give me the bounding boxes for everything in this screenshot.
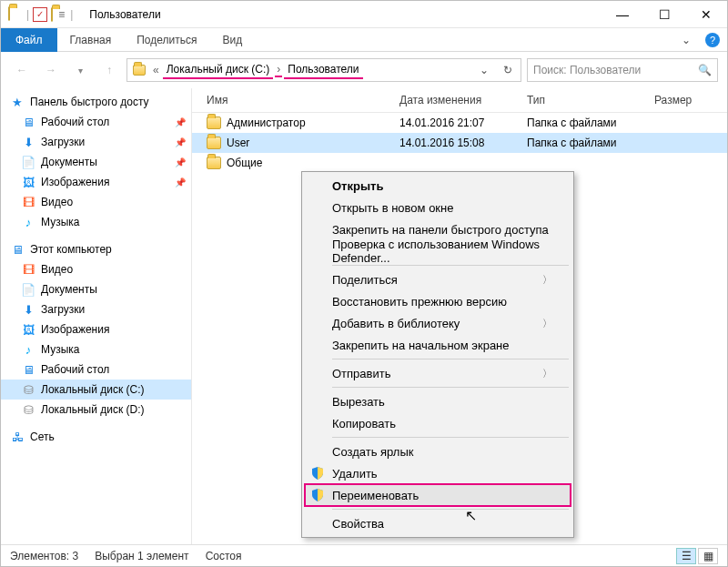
menu-item-label: Отправить bbox=[332, 367, 390, 380]
sidebar-item-music[interactable]: ♪Музыка bbox=[1, 212, 191, 232]
column-type[interactable]: Тип bbox=[520, 88, 647, 112]
details-view-icon[interactable]: ☰ bbox=[676, 548, 696, 564]
nav-network[interactable]: 🖧 Сеть bbox=[1, 427, 191, 447]
menu-item-label: Копировать bbox=[332, 417, 396, 430]
address-dropdown-icon[interactable]: ⌄ bbox=[473, 59, 495, 81]
nav-quick-access[interactable]: ★ Панель быстрого досту bbox=[1, 92, 191, 112]
sidebar-item-downloads[interactable]: ⬇Загрузки📌 bbox=[1, 132, 191, 152]
help-icon[interactable]: ? bbox=[705, 33, 720, 47]
breadcrumb-users[interactable]: Пользователи bbox=[284, 61, 362, 79]
downloads-icon: ⬇ bbox=[21, 135, 35, 149]
qat-folder-icon[interactable] bbox=[51, 8, 53, 21]
file-date: 14.01.2016 15:08 bbox=[392, 135, 520, 151]
tab-share[interactable]: Поделиться bbox=[124, 29, 209, 51]
sidebar-item-desktop[interactable]: 🖥Рабочий стол📌 bbox=[1, 112, 191, 132]
qat-properties-icon[interactable]: ✓ bbox=[33, 7, 47, 22]
icons-view-icon[interactable]: ▦ bbox=[698, 548, 718, 564]
search-icon: 🔍 bbox=[698, 64, 712, 76]
nav-this-pc-label: Этот компьютер bbox=[30, 243, 112, 256]
column-name[interactable]: Имя bbox=[192, 88, 392, 112]
tab-view[interactable]: Вид bbox=[209, 29, 255, 51]
sidebar-item-video[interactable]: 🎞Видео bbox=[1, 192, 191, 212]
menu-item[interactable]: Открыть в новом окне bbox=[305, 197, 571, 218]
sidebar-item-label: Документы bbox=[41, 283, 97, 296]
cursor-icon: ↖ bbox=[465, 507, 477, 524]
qat-overflow-icon[interactable]: ≡ bbox=[56, 8, 66, 21]
ribbon: Файл Главная Поделиться Вид ⌄ ? bbox=[1, 28, 727, 52]
sidebar-item-video[interactable]: 🎞Видео bbox=[1, 259, 191, 279]
file-name: User bbox=[227, 137, 249, 149]
up-button[interactable]: ↑ bbox=[97, 58, 121, 82]
pictures-icon: 🖼 bbox=[21, 322, 35, 337]
pin-icon: 📌 bbox=[175, 157, 186, 167]
column-date[interactable]: Дата изменения bbox=[392, 88, 520, 112]
table-row[interactable]: Общие bbox=[192, 153, 727, 173]
sidebar-item-desktop[interactable]: 🖥Рабочий стол bbox=[1, 359, 191, 380]
sidebar-item-pictures[interactable]: 🖼Изображения📌 bbox=[1, 172, 191, 192]
menu-item-label: Удалить bbox=[332, 467, 378, 481]
sidebar-item-label: Видео bbox=[41, 196, 73, 208]
address-row: ← → ▾ ↑ « Локальный диск (C:) › Пользова… bbox=[1, 52, 727, 88]
back-button[interactable]: ← bbox=[10, 58, 34, 82]
sidebar-item-documents[interactable]: 📄Документы bbox=[1, 279, 191, 299]
nav-quick-access-label: Панель быстрого досту bbox=[30, 96, 149, 108]
folder-icon bbox=[207, 116, 221, 129]
menu-separator bbox=[332, 265, 569, 266]
sidebar-item-documents[interactable]: 📄Документы📌 bbox=[1, 152, 191, 172]
close-button[interactable]: ✕ bbox=[685, 1, 727, 28]
maximize-button[interactable]: ☐ bbox=[643, 1, 685, 28]
menu-item[interactable]: Вырезать bbox=[305, 390, 571, 412]
file-name: Общие bbox=[227, 157, 262, 169]
menu-separator bbox=[332, 437, 569, 438]
file-type: Папка с файлами bbox=[520, 135, 647, 151]
video-icon: 🎞 bbox=[21, 195, 35, 209]
documents-icon: 📄 bbox=[21, 155, 35, 169]
column-headers[interactable]: Имя Дата изменения Тип Размер bbox=[192, 88, 727, 113]
file-tab[interactable]: Файл bbox=[1, 28, 57, 52]
ribbon-caret-icon[interactable]: ⌄ bbox=[682, 34, 698, 46]
sidebar-item-label: Видео bbox=[41, 263, 73, 276]
menu-item[interactable]: Создать ярлык bbox=[305, 440, 571, 462]
menu-item[interactable]: Открыть bbox=[305, 175, 571, 197]
nav-this-pc[interactable]: 🖥 Этот компьютер bbox=[1, 239, 191, 259]
table-row[interactable]: User14.01.2016 15:08Папка с файлами bbox=[192, 133, 727, 153]
menu-item[interactable]: Переименовать bbox=[305, 484, 571, 506]
star-icon: ★ bbox=[10, 95, 25, 109]
menu-item[interactable]: Свойства bbox=[305, 512, 571, 534]
sidebar-item-label: Рабочий стол bbox=[41, 363, 109, 376]
sidebar-item-label: Локальный диск (D:) bbox=[41, 403, 145, 416]
sidebar-item-pictures[interactable]: 🖼Изображения bbox=[1, 319, 191, 339]
minimize-button[interactable]: — bbox=[602, 1, 643, 28]
chevron-right-icon[interactable]: « bbox=[151, 64, 161, 76]
sidebar-item-downloads[interactable]: ⬇Загрузки bbox=[1, 299, 191, 319]
sidebar-item-drive[interactable]: ⛁Локальный диск (C:) bbox=[1, 380, 191, 400]
chevron-right-icon[interactable]: › bbox=[275, 63, 282, 77]
qat-separator: | bbox=[26, 8, 29, 21]
navigation-pane[interactable]: ★ Панель быстрого досту 🖥Рабочий стол📌⬇З… bbox=[1, 88, 192, 544]
menu-item[interactable]: Удалить bbox=[305, 462, 571, 484]
menu-item[interactable]: Проверка с использованием Windows Defend… bbox=[305, 240, 571, 262]
context-menu: ОткрытьОткрыть в новом окнеЗакрепить на … bbox=[301, 171, 574, 538]
refresh-icon[interactable]: ↻ bbox=[497, 59, 519, 81]
sidebar-item-music[interactable]: ♪Музыка bbox=[1, 339, 191, 359]
menu-item[interactable]: Поделиться〉 bbox=[305, 268, 571, 290]
breadcrumb-drive[interactable]: Локальный диск (C:) bbox=[163, 61, 274, 79]
menu-item[interactable]: Отправить〉 bbox=[305, 362, 571, 384]
file-size bbox=[647, 141, 727, 145]
status-bar: Элементов: 3 Выбран 1 элемент Состоя ☰ ▦ bbox=[1, 544, 727, 566]
forward-button[interactable]: → bbox=[39, 58, 63, 82]
column-size[interactable]: Размер bbox=[647, 88, 727, 112]
menu-item[interactable]: Добавить в библиотеку〉 bbox=[305, 312, 571, 334]
sidebar-item-drive[interactable]: ⛁Локальный диск (D:) bbox=[1, 400, 191, 420]
menu-item[interactable]: Закрепить на начальном экране bbox=[305, 334, 571, 356]
drive-icon: ⛁ bbox=[21, 382, 35, 397]
search-input[interactable]: Поиск: Пользователи 🔍 bbox=[527, 58, 718, 82]
recent-locations-button[interactable]: ▾ bbox=[68, 58, 92, 82]
address-root-icon[interactable] bbox=[129, 63, 149, 77]
menu-item[interactable]: Восстановить прежнюю версию bbox=[305, 290, 571, 312]
address-bar[interactable]: « Локальный диск (C:) › Пользователи ⌄ ↻ bbox=[126, 58, 521, 82]
tab-home[interactable]: Главная bbox=[57, 29, 125, 51]
search-placeholder: Поиск: Пользователи bbox=[533, 64, 641, 76]
table-row[interactable]: Администратор14.01.2016 21:07Папка с фай… bbox=[192, 113, 727, 133]
menu-item[interactable]: Копировать bbox=[305, 412, 571, 434]
